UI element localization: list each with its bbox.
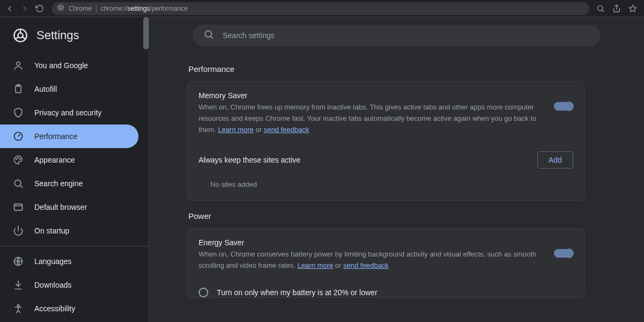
divider [96, 5, 97, 12]
svg-point-11 [17, 62, 20, 65]
svg-point-0 [58, 5, 64, 11]
omnibox[interactable]: Chrome chrome://settings/performance [52, 2, 589, 15]
sidebar-item-label: Search engine [34, 179, 83, 188]
url-path: chrome://settings/performance [101, 5, 188, 12]
svg-marker-5 [629, 5, 636, 12]
bookmark-star-icon[interactable] [626, 2, 640, 16]
section-title-power: Power [187, 201, 584, 228]
accessibility-icon [13, 303, 24, 314]
sidebar-item-accessibility[interactable]: Accessibility [0, 297, 149, 320]
send-feedback-link[interactable]: send feedback [343, 261, 389, 269]
svg-rect-21 [14, 204, 23, 210]
svg-line-3 [602, 10, 604, 11]
radio-label: Turn on only when my battery is at 20% o… [217, 288, 377, 297]
memory-saver-toggle[interactable] [554, 102, 573, 111]
sidebar-item-you-and-google[interactable]: You and Google [0, 54, 149, 77]
svg-line-29 [210, 36, 213, 38]
svg-line-15 [18, 135, 20, 136]
search-icon [13, 178, 24, 189]
speedometer-icon [13, 131, 24, 142]
memory-saver-title: Memory Saver [199, 91, 543, 100]
main-panel: Performance Memory Saver When on, Chrome… [149, 17, 644, 322]
always-active-label: Always keep these sites active [199, 156, 301, 164]
add-button[interactable]: Add [537, 151, 573, 169]
forward-button[interactable] [17, 1, 32, 16]
svg-line-20 [20, 185, 22, 187]
sidebar-item-on-startup[interactable]: On startup [0, 219, 149, 243]
search-input[interactable] [223, 31, 590, 40]
sidebar-item-label: Default browser [34, 203, 87, 211]
reload-button[interactable] [32, 1, 47, 16]
energy-radio-option[interactable]: Turn on only when my battery is at 20% o… [188, 281, 584, 297]
globe-icon [13, 256, 24, 267]
clipboard-icon [13, 84, 24, 94]
svg-point-27 [17, 305, 19, 306]
sidebar-item-languages[interactable]: Languages [0, 250, 149, 273]
zoom-icon[interactable] [594, 2, 608, 16]
energy-saver-card: Energy Saver When on, Chrome conserves b… [187, 228, 584, 298]
page-title: Settings [36, 28, 79, 42]
svg-line-9 [16, 36, 19, 39]
sidebar-item-privacy[interactable]: Privacy and security [0, 101, 149, 125]
svg-point-17 [18, 157, 19, 158]
sidebar-item-default-browser[interactable]: Default browser [0, 195, 149, 219]
sidebar-item-appearance[interactable]: Appearance [0, 148, 149, 172]
sidebar-item-label: Downloads [34, 281, 71, 289]
sidebar-item-downloads[interactable]: Downloads [0, 273, 149, 297]
scrollbar[interactable] [143, 17, 149, 49]
sidebar-item-autofill[interactable]: Autofill [0, 77, 149, 101]
learn-more-link[interactable]: Learn more [218, 126, 253, 134]
sidebar-item-label: Autofill [34, 85, 57, 93]
memory-saver-card: Memory Saver When on, Chrome frees up me… [187, 81, 584, 201]
sidebar-item-performance[interactable]: Performance [0, 125, 138, 148]
person-icon [13, 60, 24, 71]
sidebar-item-label: Appearance [34, 156, 75, 164]
energy-saver-toggle[interactable] [554, 249, 573, 258]
shield-icon [13, 107, 24, 118]
search-settings[interactable] [193, 25, 601, 46]
sidebar-item-label: You and Google [34, 61, 88, 70]
divider [0, 246, 149, 246]
svg-line-10 [23, 36, 26, 39]
sidebar-item-label: Languages [34, 257, 71, 266]
memory-saver-desc: When on, Chrome frees up memory from ina… [199, 102, 543, 135]
sidebar-item-label: Privacy and security [34, 108, 101, 117]
share-icon[interactable] [610, 2, 624, 16]
send-feedback-link[interactable]: send feedback [264, 126, 309, 134]
palette-icon [13, 155, 24, 165]
sidebar-item-search-engine[interactable]: Search engine [0, 172, 149, 195]
sidebar-item-label: Accessibility [34, 304, 75, 313]
sidebar-item-label: On startup [34, 226, 69, 235]
no-sites-text: No sites added [188, 175, 584, 200]
section-title-performance: Performance [187, 54, 584, 81]
svg-point-1 [60, 6, 62, 9]
chrome-icon [57, 4, 64, 13]
sidebar-item-label: Performance [34, 132, 77, 141]
sidebar: Settings You and Google Autofill Privacy… [0, 17, 149, 322]
svg-point-18 [20, 159, 21, 160]
radio-icon [199, 288, 208, 297]
svg-point-16 [16, 159, 17, 160]
energy-saver-title: Energy Saver [199, 238, 543, 247]
power-icon [13, 225, 24, 236]
brand: Settings [0, 17, 149, 54]
browser-toolbar: Chrome chrome://settings/performance [0, 0, 644, 17]
browser-icon [13, 202, 24, 213]
learn-more-link[interactable]: Learn more [297, 261, 333, 269]
site-label: Chrome [69, 5, 92, 12]
back-button[interactable] [2, 1, 17, 16]
search-icon [203, 29, 214, 42]
download-icon [13, 280, 24, 290]
chrome-logo-icon [13, 28, 28, 43]
energy-saver-desc: When on, Chrome conserves battery power … [199, 249, 543, 272]
